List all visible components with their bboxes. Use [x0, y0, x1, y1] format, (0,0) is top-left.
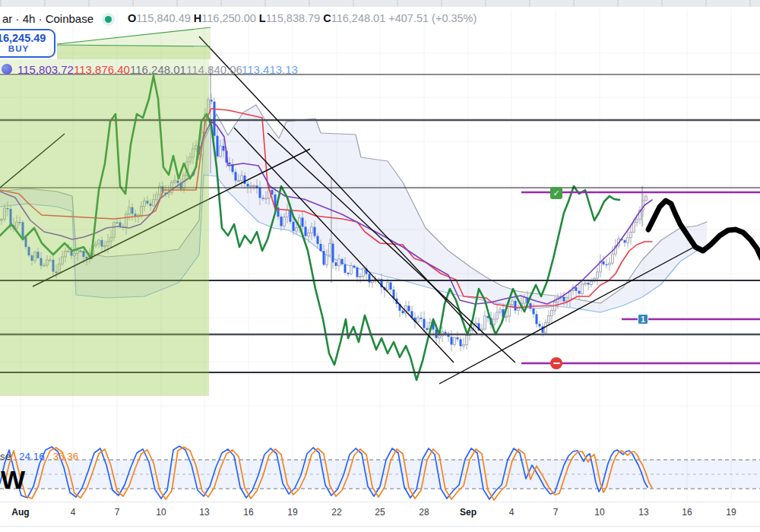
time-axis-label[interactable]: 7	[553, 507, 559, 518]
status-dot-icon	[105, 16, 112, 23]
time-axis-label[interactable]: 19	[726, 507, 736, 518]
time-axis-label[interactable]: 19	[287, 507, 297, 518]
buy-button[interactable]: 116,245.49 BUY	[0, 29, 55, 58]
alert-stop-badge[interactable]	[550, 357, 562, 369]
time-axis-label[interactable]: 10	[594, 507, 604, 518]
time-axis-label[interactable]: 13	[199, 507, 209, 518]
alert-count: 1	[641, 315, 645, 324]
market-status-dot[interactable]	[102, 13, 115, 26]
ichimoku-value: 116,248.01	[130, 63, 186, 76]
change-value: +407.51 (+0.35%)	[388, 12, 477, 24]
buy-label: BUY	[0, 44, 54, 54]
no-entry-icon	[553, 363, 560, 365]
ichimoku-value: 114,840.06	[186, 63, 242, 76]
buy-price: 116,245.49	[0, 32, 54, 44]
time-axis-label[interactable]: 25	[375, 507, 385, 518]
ohlc-value: 115,840.49	[136, 12, 194, 24]
chart-canvas[interactable]	[0, 0, 760, 532]
alert-count-badge[interactable]: 1	[638, 314, 648, 325]
stochastic-d-value: 35.36	[53, 451, 79, 462]
stochastic-k-value: 24.16	[19, 451, 45, 462]
axis-separator	[0, 502, 760, 502]
ohlc-letter: C	[323, 12, 331, 24]
time-axis-label[interactable]: 22	[331, 507, 341, 518]
time-axis-label[interactable]: 16	[243, 507, 253, 518]
ohlc-letter: H	[194, 12, 201, 24]
time-axis-label[interactable]: 28	[419, 507, 429, 518]
time-axis-label[interactable]: 13	[638, 507, 648, 518]
ohlc-letter: O	[128, 12, 136, 24]
ohlc-readout: O115,840.49 H116,250.00 L115,838.79 C116…	[128, 12, 477, 24]
time-axis-label[interactable]: 4	[71, 507, 76, 518]
check-icon: ✓	[553, 188, 559, 198]
time-axis-label[interactable]: 7	[115, 507, 120, 518]
ichimoku-indicator-icon[interactable]	[2, 64, 12, 74]
chart-window: ar · 4h · Coinbase O115,840.49 H116,250.…	[0, 0, 760, 532]
time-axis[interactable]: Aug4710131619222528Sep4710131619	[0, 505, 760, 521]
ohlc-value: 116,248.01	[331, 12, 389, 24]
bottom-separator	[0, 526, 760, 527]
time-axis-label[interactable]: 4	[509, 507, 515, 518]
stochastic-label-fragment: se	[0, 451, 11, 462]
ichimoku-value: 113,876.40	[74, 63, 130, 76]
ohlc-value: 116,250.00	[201, 12, 259, 24]
symbol-title[interactable]: ar · 4h · Coinbase	[2, 12, 93, 27]
ichimoku-value: 115,803.72	[17, 63, 74, 76]
ohlc-value: 115,838.79	[266, 12, 324, 24]
time-axis-label[interactable]: 10	[156, 507, 166, 518]
symbol-title-text: ar · 4h · Coinbase	[2, 12, 93, 25]
watermark-letter: W	[1, 464, 25, 495]
time-axis-label[interactable]: Aug	[11, 507, 29, 518]
time-axis-label[interactable]: Sep	[460, 507, 477, 518]
time-axis-label[interactable]: 16	[682, 507, 692, 518]
stochastic-legend[interactable]: se 24.16 35.36	[0, 451, 84, 462]
alert-check-badge[interactable]: ✓	[550, 187, 562, 199]
ohlc-letter: L	[259, 12, 266, 24]
ichimoku-value: 113,413.13	[242, 63, 298, 76]
